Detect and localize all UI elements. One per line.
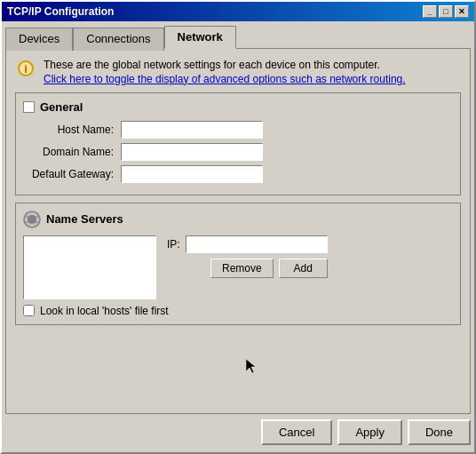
info-icon: i [15, 58, 36, 79]
remove-button[interactable]: Remove [210, 259, 274, 278]
done-button[interactable]: Done [408, 419, 471, 445]
info-description: These are the global network settings fo… [44, 58, 406, 73]
domain-name-row: Domain Name: [23, 143, 453, 161]
hosts-checkbox[interactable] [23, 305, 35, 316]
default-gateway-input[interactable] [121, 165, 263, 183]
general-section: General Host Name: Domain Name: Default … [15, 92, 461, 195]
hosts-checkbox-row: Look in local 'hosts' file first [23, 305, 453, 317]
host-name-input[interactable] [121, 121, 263, 139]
cursor-area [15, 332, 461, 404]
name-servers-section: Name Servers IP: Remove Add Look in [15, 203, 461, 325]
tab-devices[interactable]: Devices [5, 28, 73, 51]
tab-connections[interactable]: Connections [73, 28, 163, 51]
info-link[interactable]: Click here to toggle the display of adva… [44, 73, 406, 85]
tab-network[interactable]: Network [164, 26, 236, 49]
title-bar: TCP/IP Configuration _ □ ✕ [2, 2, 474, 21]
svg-marker-4 [246, 359, 256, 373]
hosts-checkbox-label: Look in local 'hosts' file first [40, 305, 169, 317]
general-title: General [40, 100, 83, 114]
bottom-buttons: Cancel Apply Done [2, 414, 474, 452]
domain-name-input[interactable] [121, 143, 263, 161]
window-title: TCP/IP Configuration [7, 5, 114, 18]
host-name-row: Host Name: [23, 121, 453, 139]
main-content: i These are the global network settings … [5, 48, 471, 414]
apply-button[interactable]: Apply [337, 419, 402, 445]
default-gateway-label: Default Gateway: [23, 168, 121, 180]
name-servers-body: IP: Remove Add [23, 235, 453, 299]
add-button[interactable]: Add [279, 259, 328, 278]
info-text-block: These are the global network settings fo… [44, 58, 406, 85]
maximize-button[interactable]: □ [439, 5, 453, 18]
window: TCP/IP Configuration _ □ ✕ Devices Conne… [0, 0, 476, 454]
ns-ip-row: IP: [167, 235, 328, 253]
tabs-row: Devices Connections Network [2, 21, 474, 48]
name-servers-right: IP: Remove Add [167, 235, 328, 278]
name-servers-icon [23, 211, 41, 228]
close-button[interactable]: ✕ [455, 5, 469, 18]
ns-buttons: Remove Add [167, 259, 328, 278]
default-gateway-row: Default Gateway: [23, 165, 453, 183]
minimize-button[interactable]: _ [423, 5, 437, 18]
host-name-label: Host Name: [23, 123, 121, 136]
domain-name-label: Domain Name: [23, 146, 121, 158]
ns-ip-input[interactable] [186, 235, 328, 253]
name-servers-title: Name Servers [46, 212, 123, 226]
cursor-icon [246, 359, 257, 373]
general-checkbox[interactable] [23, 101, 35, 113]
info-row: i These are the global network settings … [15, 58, 461, 85]
name-servers-list[interactable] [23, 235, 156, 299]
title-bar-buttons: _ □ ✕ [423, 5, 469, 18]
name-servers-header: Name Servers [23, 211, 453, 228]
cancel-button[interactable]: Cancel [261, 419, 332, 445]
info-icon-inner: i [18, 60, 34, 76]
ns-ip-label: IP: [167, 238, 180, 251]
general-section-header: General [23, 100, 453, 114]
